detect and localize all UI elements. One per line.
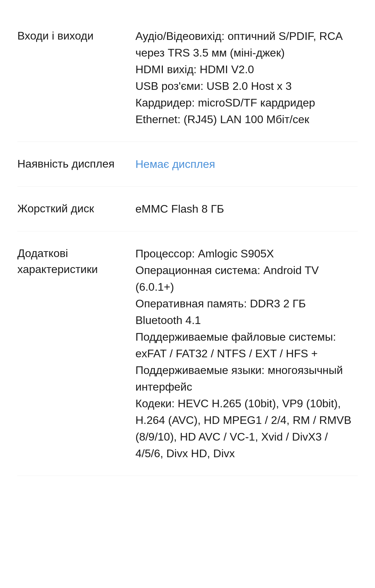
spec-row-display: Наявність дисплеяНемає дисплея bbox=[17, 142, 358, 187]
spec-row-inputs-outputs: Входи і виходиАудіо/Відеовихід: оптичний… bbox=[17, 14, 358, 142]
spec-label-hdd: Жорсткий диск bbox=[17, 201, 135, 216]
spec-value-hdd: eMMC Flash 8 ГБ bbox=[135, 201, 358, 217]
spec-value-additional: Процессор: Amlogic S905XОперационная сис… bbox=[135, 245, 358, 462]
spec-label-display: Наявність дисплея bbox=[17, 156, 135, 172]
spec-list: Входи і виходиАудіо/Відеовихід: оптичний… bbox=[17, 14, 358, 476]
spec-label-additional: Додаткові характеристики bbox=[17, 245, 135, 278]
spec-value-display[interactable]: Немає дисплея bbox=[135, 156, 358, 172]
spec-label-inputs-outputs: Входи і виходи bbox=[17, 28, 135, 44]
spec-row-additional: Додаткові характеристикиПроцессор: Amlog… bbox=[17, 231, 358, 476]
spec-row-hdd: Жорсткий дискeMMC Flash 8 ГБ bbox=[17, 187, 358, 231]
spec-value-inputs-outputs: Аудіо/Відеовихід: оптичний S/PDIF, RCA ч… bbox=[135, 28, 358, 128]
